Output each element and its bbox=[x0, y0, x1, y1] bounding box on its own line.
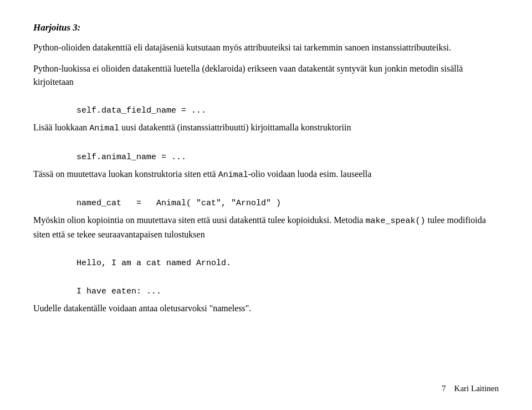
make-speak-code-inline: make_speak() bbox=[365, 216, 425, 226]
animal-code-inline-2: Animal bbox=[218, 170, 248, 180]
code-block-4b: I have eaten: ... bbox=[76, 287, 161, 296]
page-title: Harjoitus 3: bbox=[33, 22, 499, 33]
code-block-3-text: named_cat = Animal( "cat", "Arnold" ) bbox=[76, 199, 281, 208]
code-block-2: self.animal_name = ... bbox=[66, 143, 499, 162]
author-name: Kari Laitinen bbox=[454, 384, 499, 393]
paragraph-3a: Lisää luokkaan bbox=[33, 123, 89, 132]
paragraph-2: Python-luokissa ei olioiden datakenttiä … bbox=[33, 62, 499, 89]
paragraph-5: Myöskin olion kopiointia on muutettava s… bbox=[33, 214, 499, 241]
paragraph-2-text: Python-luokissa ei olioiden datakenttiä … bbox=[33, 64, 463, 87]
paragraph-5-text: Myöskin olion kopiointia on muutettava s… bbox=[33, 215, 331, 225]
paragraph-1-text: Python-olioiden datakenttiä eli datajäse… bbox=[33, 43, 451, 52]
paragraph-7: Uudelle datakentälle voidaan antaa oletu… bbox=[33, 302, 499, 315]
paragraph-3: Lisää luokkaan Animal uusi datakenttä (i… bbox=[33, 121, 499, 135]
paragraph-1: Python-olioiden datakenttiä eli datajäse… bbox=[33, 41, 499, 54]
page-number: 7 bbox=[442, 384, 446, 393]
code-block-4a: Hello, I am a cat named Arnold. bbox=[76, 259, 231, 268]
paragraph-4c: -olio voidaan luoda esim. lauseella bbox=[248, 169, 372, 179]
paragraph-7-text: Uudelle datakentälle voidaan antaa oletu… bbox=[33, 303, 251, 313]
code-block-1: self.data_field_name = ... bbox=[66, 97, 499, 115]
code-block-4: Hello, I am a cat named Arnold. I have e… bbox=[66, 249, 499, 296]
footer: 7 Kari Laitinen bbox=[442, 384, 499, 393]
code-block-1-text: self.data_field_name = ... bbox=[76, 106, 206, 115]
code-block-2-text: self.animal_name = ... bbox=[76, 153, 186, 162]
paragraph-4: Tässä on muutettava luokan konstruktoria… bbox=[33, 168, 499, 182]
paragraph-3c: uusi datakenttä (instanssiattribuutti) k… bbox=[119, 123, 351, 132]
paragraph-4a: Tässä on muutettava luokan konstruktoria… bbox=[33, 169, 218, 179]
paragraph-6a: Metodia bbox=[334, 215, 365, 225]
code-block-3: named_cat = Animal( "cat", "Arnold" ) bbox=[66, 189, 499, 208]
animal-code-inline-1: Animal bbox=[89, 124, 119, 133]
